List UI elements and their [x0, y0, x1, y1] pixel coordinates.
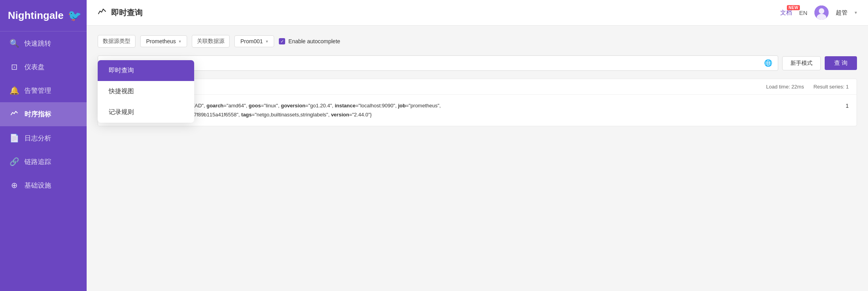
sidebar-item-alert-mgmt[interactable]: 🔔 告警管理 [0, 79, 87, 102]
query-row: 🌐 新手模式 查 询 [98, 55, 857, 71]
sidebar-item-label: 链路追踪 [24, 157, 51, 166]
page-title: 即时查询 [111, 7, 143, 18]
admin-label[interactable]: 超管 [836, 9, 848, 17]
linked-datasource-label: 关联数据源 [192, 35, 230, 48]
dropdown-menu-item-quick-view[interactable]: 快捷视图 [98, 81, 194, 102]
sidebar: Nightingale 🐦 🔍 快速跳转 ⊡ 仪表盘 🔔 告警管理 时序指标 📄… [0, 0, 87, 291]
query-input-wrap: 🌐 [98, 55, 778, 71]
result-row: prometheus_build_info {branch="HEAD", go… [106, 101, 849, 120]
header-right: 文档 NEW EN 超管 ▾ [780, 6, 857, 20]
sidebar-item-time-series[interactable]: 时序指标 [0, 102, 87, 126]
sidebar-item-label: 快速跳转 [24, 39, 51, 48]
alert-icon: 🔔 [9, 86, 19, 95]
result-area: Load time: 22ms Result series: 1 prometh… [98, 79, 857, 126]
checkbox-icon: ✓ [279, 38, 285, 44]
sidebar-item-dashboard[interactable]: ⊡ 仪表盘 [0, 55, 87, 79]
new-badge: NEW [787, 5, 800, 10]
sidebar-item-quick-jump[interactable]: 🔍 快速跳转 [0, 31, 87, 55]
linked-datasource-dropdown[interactable]: Prom001 ▾ [234, 35, 274, 47]
result-value: 1 [846, 101, 849, 111]
sidebar-item-label: 告警管理 [24, 86, 51, 95]
dropdown-menu: 即时查询 快捷视图 记录规则 [98, 60, 194, 123]
load-time: Load time: 22ms [766, 84, 804, 90]
beginner-mode-button[interactable]: 新手模式 [782, 56, 821, 70]
avatar[interactable] [814, 6, 829, 20]
sidebar-item-label: 时序指标 [24, 110, 51, 119]
dashboard-icon: ⊡ [9, 62, 19, 72]
log-icon: 📄 [9, 133, 19, 143]
result-header: Load time: 22ms Result series: 1 [98, 79, 857, 95]
main-content: 即时查询 文档 NEW EN 超管 ▾ 数据源类型 Prom [87, 0, 868, 291]
result-data: prometheus_build_info {branch="HEAD", go… [98, 95, 857, 126]
dropdown-menu-item-record-rule[interactable]: 记录规则 [98, 102, 194, 123]
query-input[interactable] [104, 60, 761, 66]
query-button[interactable]: 查 询 [825, 56, 857, 70]
datasource-type-label: 数据源类型 [98, 35, 135, 48]
logo-text: Nightingale [8, 9, 64, 22]
chevron-down-icon: ▾ [266, 39, 268, 44]
page-icon [98, 7, 106, 18]
trace-icon: 🔗 [9, 157, 19, 166]
chevron-down-icon: ▾ [179, 39, 181, 44]
sidebar-item-infra[interactable]: ⊕ 基础设施 [0, 173, 87, 197]
svg-point-1 [819, 8, 824, 14]
sidebar-item-trace[interactable]: 🔗 链路追踪 [0, 150, 87, 173]
header: 即时查询 文档 NEW EN 超管 ▾ [87, 0, 868, 26]
content-area: 数据源类型 Prometheus ▾ 关联数据源 Prom001 ▾ ✓ Ena… [87, 26, 868, 291]
chevron-down-icon[interactable]: ▾ [855, 10, 857, 15]
infra-icon: ⊕ [9, 180, 19, 190]
globe-icon[interactable]: 🌐 [764, 59, 772, 67]
doc-link[interactable]: 文档 NEW [780, 9, 792, 17]
datasource-type-dropdown[interactable]: Prometheus ▾ [140, 35, 187, 47]
result-series: Result series: 1 [813, 84, 849, 90]
timeseries-icon [9, 109, 19, 119]
sidebar-item-label: 基础设施 [24, 181, 51, 190]
header-left: 即时查询 [98, 7, 143, 18]
dropdown-menu-item-instant-query[interactable]: 即时查询 [98, 60, 194, 81]
sidebar-item-label: 仪表盘 [24, 63, 45, 72]
sidebar-item-label: 日志分析 [24, 134, 51, 143]
logo-icon: 🐦 [68, 9, 82, 22]
autocomplete-checkbox[interactable]: ✓ Enable autocomplete [279, 38, 340, 44]
sidebar-item-log-analysis[interactable]: 📄 日志分析 [0, 126, 87, 150]
quick-jump-icon: 🔍 [9, 39, 19, 48]
sidebar-logo: Nightingale 🐦 [0, 0, 87, 31]
toolbar: 数据源类型 Prometheus ▾ 关联数据源 Prom001 ▾ ✓ Ena… [98, 35, 857, 48]
lang-switch[interactable]: EN [799, 9, 807, 16]
